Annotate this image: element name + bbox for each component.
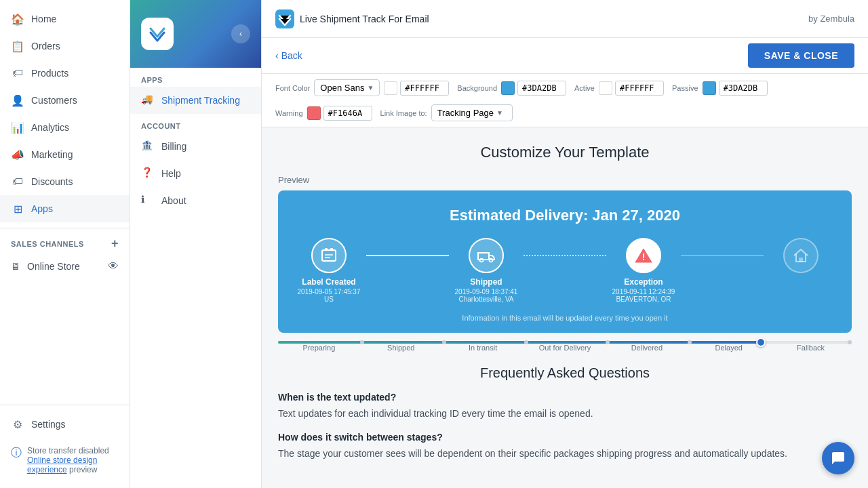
stage-label-created: Label Created 2019-09-05 17:45:37 US [292,238,366,303]
apps-section-label: APPS [130,68,261,87]
settings-icon: ⚙ [11,418,24,431]
connector-2 [524,255,606,256]
app-logo-icon [275,9,294,28]
active-color-input[interactable] [615,81,664,96]
tracking-stages: Label Created 2019-09-05 17:45:37 US [292,238,838,303]
sidebar-item-home[interactable]: 🏠 Home [0,5,130,33]
sidebar-item-discounts[interactable]: 🏷 Discounts [0,168,130,195]
svg-text:!: ! [642,251,646,262]
font-color-group: Font Color Open Sans ▼ [275,79,449,96]
collapse-panel-button[interactable]: ‹ [231,24,250,43]
stage-label-created-loc: US [324,296,334,303]
font-color-input[interactable] [400,81,449,96]
truck-icon: 🚚 [141,94,155,107]
bg-color-input[interactable] [517,81,566,96]
scroll-area: Customize Your Template Preview Estimate… [262,127,868,488]
warning-label: Warning [275,109,303,117]
link-image-group: Link Image to: Tracking Page ▼ [380,104,513,121]
stage-shipped-date: 2019-09-09 18:37:41 [455,288,518,296]
sidebar-item-analytics[interactable]: 📊 Analytics [0,114,130,141]
store-transfer-text: Store transfer disabled [27,446,109,455]
slider-dot-2 [442,340,446,344]
stage-label-created-date: 2019-09-05 17:45:37 [298,288,361,296]
faq-q-2: How does it switch between stages? [278,432,852,443]
settings-label: Settings [31,419,66,430]
active-label: Active [574,84,595,92]
link-image-select[interactable]: Tracking Page ▼ [431,104,513,121]
sidebar-item-apps[interactable]: ⊞ Apps [0,195,130,222]
middle-nav-about[interactable]: ℹ About [130,187,261,214]
svg-rect-3 [330,248,333,251]
sidebar: 🏠 Home 📋 Orders 🏷 Products 👤 Customers 📊… [0,0,130,488]
font-family-select[interactable]: Open Sans ▼ [314,79,380,96]
stage-slider-container: Preparing Shipped In transit Out for Del… [278,338,852,352]
stage-labels: Preparing Shipped In transit Out for Del… [278,344,852,352]
warning-color-swatch[interactable] [307,106,321,120]
bg-color-swatch[interactable] [501,81,515,95]
passive-color-swatch[interactable] [703,81,716,95]
faq-title: Frequently Asked Questions [278,365,852,381]
back-label: Back [281,50,302,61]
sidebar-item-online-store[interactable]: 🖥 Online Store 👁 [0,253,130,279]
faq-a-2: The stage your customer sees will be dep… [278,447,852,461]
home-icon: 🏠 [11,12,24,26]
shipment-tracking-label: Shipment Tracking [161,95,240,106]
info-icon: ⓘ [11,446,22,460]
sidebar-discounts-label: Discounts [31,176,73,187]
stage-shipped-loc: Charlottesville, VA [459,296,514,303]
sidebar-analytics-label: Analytics [31,122,69,133]
sidebar-apps-label: Apps [31,203,53,214]
stage-exception: ! Exception 2019-09-11 12:24:39 BEAVERTO… [606,238,681,303]
stage-shipped-text: Shipped [470,277,502,287]
back-chevron-icon: ‹ [275,50,279,61]
connector-1 [366,255,449,256]
stage-exception-date: 2019-09-11 12:24:39 [612,288,675,296]
about-icon: ℹ [141,194,155,207]
faq-section: Frequently Asked Questions When is the t… [278,365,852,461]
middle-nav-billing[interactable]: 🏦 Billing [130,133,261,160]
sidebar-item-products[interactable]: 🏷 Products [0,60,130,87]
sidebar-orders-label: Orders [31,41,60,52]
color-toolbar: Font Color Open Sans ▼ Background Active [262,74,868,127]
font-color-label: Font Color [275,84,310,92]
font-family-value: Open Sans [320,83,364,93]
font-color-swatch[interactable] [384,81,397,95]
stage-icon-shipped [469,238,504,273]
zembula-logo [141,18,174,50]
svg-rect-9 [799,258,803,262]
eye-icon[interactable]: 👁 [108,260,119,272]
faq-q-1: When is the text updated? [278,392,852,403]
connector-3 [681,255,764,256]
middle-nav-help[interactable]: ❓ Help [130,160,261,187]
middle-nav-shipment-tracking[interactable]: 🚚 Shipment Tracking [130,87,261,114]
active-color-swatch[interactable] [599,81,612,95]
sidebar-item-settings[interactable]: ⚙ Settings [0,411,130,438]
estimated-delivery-text: Estimated Delivery: Jan 27, 2020 [292,207,838,224]
about-label: About [161,195,186,206]
add-sales-channel-icon[interactable]: + [111,237,119,251]
orders-icon: 📋 [11,39,24,53]
save-close-button[interactable]: SAVE & CLOSE [748,43,854,68]
font-select-chevron: ▼ [367,84,374,92]
chat-button[interactable] [822,442,854,474]
sidebar-item-marketing[interactable]: 📣 Marketing [0,141,130,168]
warning-color-group: Warning [275,106,372,121]
stage-slider-track[interactable] [278,341,852,344]
help-label: Help [161,168,181,179]
faq-a-1: Text updates for each individual trackin… [278,407,852,421]
sidebar-item-orders[interactable]: 📋 Orders [0,33,130,60]
action-toolbar: ‹ Back SAVE & CLOSE [262,38,868,74]
marketing-icon: 📣 [11,148,24,161]
main-content: Live Shipment Track For Email by Zembula… [262,0,868,488]
sidebar-item-customers[interactable]: 👤 Customers [0,87,130,114]
sales-channels-label: SALES CHANNELS [11,240,84,248]
back-button[interactable]: ‹ Back [275,50,302,61]
sidebar-customers-label: Customers [31,95,77,106]
slider-thumb[interactable] [756,338,766,347]
link-select-chevron: ▼ [496,109,503,117]
svg-rect-2 [325,248,328,251]
passive-color-input[interactable] [719,81,768,96]
warning-color-input[interactable] [323,106,372,121]
preview-section: Preview Estimated Delivery: Jan 27, 2020 [278,175,852,461]
preview-info-text: Information in this email will be update… [292,314,838,322]
